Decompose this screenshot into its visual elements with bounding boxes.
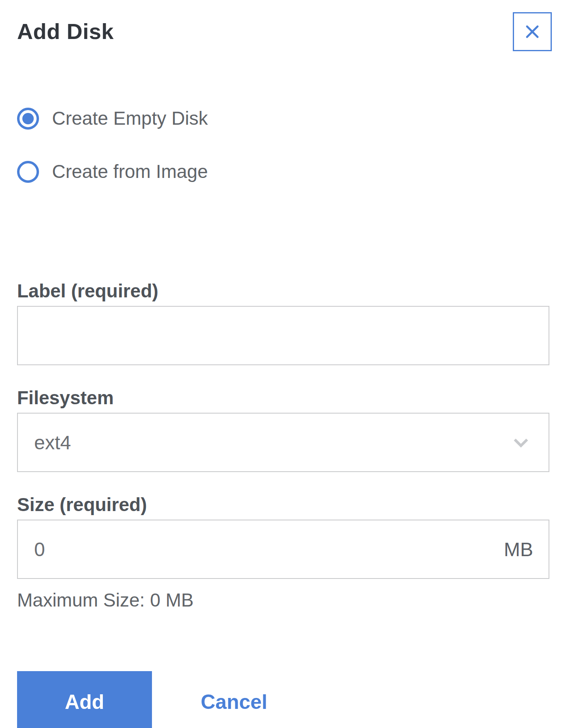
dialog-title: Add Disk bbox=[17, 19, 549, 44]
label-field-label: Label (required) bbox=[17, 280, 549, 302]
filesystem-field-group: Filesystem ext4 bbox=[17, 387, 549, 472]
radio-option-label: Create from Image bbox=[52, 160, 208, 183]
radio-option-create-from-image[interactable]: Create from Image bbox=[17, 160, 208, 183]
filesystem-field-label: Filesystem bbox=[17, 387, 549, 409]
size-field-label: Size (required) bbox=[17, 494, 549, 516]
radio-option-label: Create Empty Disk bbox=[52, 107, 208, 130]
max-size-helper-text: Maximum Size: 0 MB bbox=[17, 589, 549, 611]
radio-selected-icon bbox=[17, 108, 39, 130]
dialog-actions: Add Cancel bbox=[17, 671, 549, 728]
close-button[interactable] bbox=[513, 12, 552, 51]
radio-option-create-empty-disk[interactable]: Create Empty Disk bbox=[17, 107, 208, 130]
add-disk-form: Label (required) Filesystem ext4 Size (r… bbox=[17, 280, 549, 611]
close-icon bbox=[523, 22, 542, 41]
label-input[interactable] bbox=[17, 306, 549, 365]
chevron-down-icon bbox=[510, 431, 532, 454]
create-mode-radio-group: Create Empty Disk Create from Image bbox=[17, 107, 549, 183]
filesystem-selected-value: ext4 bbox=[34, 431, 71, 454]
radio-unselected-icon bbox=[17, 161, 39, 183]
label-field-group: Label (required) bbox=[17, 280, 549, 365]
add-button[interactable]: Add bbox=[17, 671, 152, 728]
cancel-button[interactable]: Cancel bbox=[201, 690, 267, 714]
size-field-group: Size (required) MB Maximum Size: 0 MB bbox=[17, 494, 549, 611]
filesystem-select[interactable]: ext4 bbox=[17, 413, 549, 472]
size-input[interactable] bbox=[17, 520, 549, 579]
add-disk-dialog: Add Disk Create Empty Disk Create from I… bbox=[0, 0, 564, 728]
size-input-wrap: MB bbox=[17, 520, 549, 579]
